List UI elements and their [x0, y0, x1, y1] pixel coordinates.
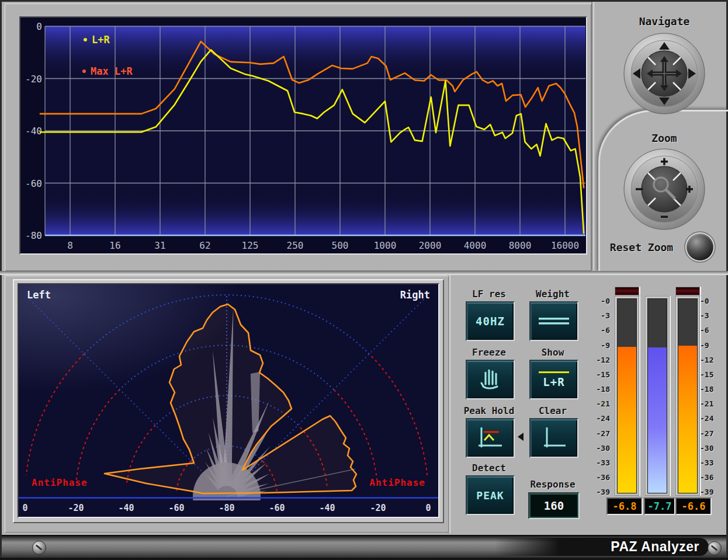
double-bar-icon [538, 316, 570, 326]
phase-left-label: Left [27, 289, 51, 301]
response-label: Response [525, 479, 581, 490]
meter-scale-tick: -6 [592, 326, 610, 335]
freeze-label: Freeze [466, 347, 512, 358]
clear-button[interactable] [529, 418, 578, 458]
freq-tick-label: 31 [154, 240, 165, 251]
meter-scale-tick: -24 [700, 414, 717, 423]
legend-label-lr: L+R [92, 34, 110, 46]
meter-scale-tick: -39 [592, 488, 610, 496]
db-tick-label: -40 [25, 126, 42, 137]
freq-tick-label: 2000 [419, 240, 442, 251]
phase-axis-tick: -20 [63, 503, 89, 513]
meter-readout-right: -6.6 [675, 498, 712, 515]
peak-hold-button[interactable] [466, 418, 515, 458]
zoom-out-bottom-icon[interactable] [661, 216, 668, 218]
meter-scale-tick: -27 [700, 429, 717, 438]
panel-divider-vertical [591, 2, 594, 270]
screw-icon-left [32, 541, 46, 555]
phase-axis-tick: 0 [12, 503, 38, 513]
weight-button[interactable] [529, 301, 578, 341]
meter-scale-tick: -9 [592, 341, 610, 350]
meter-scale-tick: -36 [592, 473, 610, 482]
weight-label: Weight [529, 288, 576, 300]
meter-scale-tick: -36 [700, 473, 717, 482]
plugin-title: PAZ Analyzer [611, 539, 699, 555]
legend-item-max-lr: Max L+R [82, 65, 133, 77]
phase-axis-tick: -20 [365, 503, 391, 513]
meter-scale-tick: -24 [592, 414, 610, 423]
freq-tick-label: 16 [109, 240, 120, 251]
zoom-pad[interactable] [623, 148, 705, 230]
navigate-title: Navigate [619, 15, 709, 27]
peak-hold-label: Peak Hold [459, 405, 519, 416]
detect-label: Detect [466, 462, 512, 474]
navigate-pad[interactable] [623, 33, 705, 114]
meter-scale-tick: -6 [700, 326, 717, 335]
freq-tick-label: 8 [67, 240, 73, 251]
section-divider-horizontal [0, 271, 728, 275]
response-value: 160 [544, 499, 564, 512]
meter-scale-tick: -15 [700, 370, 717, 379]
peak-hold-graph-icon [476, 425, 504, 451]
db-tick-label: -80 [25, 230, 42, 241]
meter-scale-tick: -33 [592, 458, 610, 467]
meter-scale-tick: -21 [700, 399, 717, 408]
meter-fill-right [678, 346, 697, 493]
meter-scale-tick: -21 [592, 399, 610, 408]
detect-button[interactable]: PEAK [466, 475, 515, 515]
lf-res-value: 40HZ [476, 315, 505, 328]
phase-right-label: Right [400, 289, 430, 301]
detect-value: PEAK [476, 489, 504, 502]
meter-scale-tick: -33 [700, 458, 717, 467]
meter-scale-tick: -15 [592, 370, 610, 379]
freq-tick-label: 62 [199, 240, 210, 251]
plugin-title-badge: PAZ Analyzer [495, 538, 709, 556]
hand-icon [477, 367, 503, 392]
freq-tick-label: 8000 [509, 240, 532, 251]
legend-label-max-lr: Max L+R [91, 65, 133, 77]
meter-scale-tick: -12 [700, 356, 717, 364]
reset-zoom-label: Reset Zoom [603, 241, 680, 253]
meter-scale-tick: -39 [700, 488, 717, 496]
axes-graph-icon [540, 425, 568, 451]
phase-axis-tick: -80 [214, 503, 240, 513]
meter-scale-tick: -0 [592, 297, 610, 305]
freq-tick-label: 16000 [551, 240, 579, 251]
spectrum-display: 81631621252505001000200040008000160000-2… [19, 16, 587, 255]
meter-scale-tick: -18 [592, 385, 610, 394]
freeze-button[interactable] [466, 360, 515, 399]
meter-scale-tick: -9 [700, 341, 717, 350]
phase-axis-tick: 0 [415, 503, 441, 513]
antiphase-right-label: AntiPhase [369, 477, 425, 488]
reset-zoom-button[interactable] [687, 234, 713, 260]
meter-scale-tick: -0 [700, 297, 717, 305]
bottom-bar: PAZ Analyzer [2, 535, 726, 559]
paz-analyzer-window: 81631621252505001000200040008000160000-2… [0, 0, 728, 560]
window-bottom-edge [0, 558, 728, 560]
phase-frame: Left Right AntiPhase AntiPhase 0-20-40-6… [13, 279, 444, 523]
meter-scale-tick: -12 [592, 356, 610, 364]
screw-icon-right [708, 541, 722, 555]
phase-chart [19, 284, 438, 500]
lf-res-button[interactable]: 40HZ [466, 301, 515, 341]
phase-axis-tick: -40 [113, 503, 139, 513]
meter-scale-tick: -30 [700, 444, 717, 453]
db-tick-label: 0 [36, 21, 42, 32]
meter-fill-left [618, 347, 636, 493]
level-meter-left [615, 296, 639, 496]
phase-axis-tick: -60 [264, 503, 290, 513]
phase-axis: 0-20-40-60-80-60-40-200 [19, 501, 438, 516]
meter-scale-tick: -3 [700, 311, 717, 320]
zoom-title: Zoom [619, 132, 709, 144]
peak-hold-pointer-icon [518, 433, 524, 441]
clip-indicator-left [615, 287, 639, 295]
show-label: Show [529, 347, 576, 358]
level-meter-right [675, 296, 700, 496]
meter-scale-tick: -27 [592, 429, 610, 438]
meter-readout-mid: -7.7 [644, 498, 675, 515]
show-button[interactable]: L+R [529, 360, 578, 399]
response-button[interactable]: 160 [528, 492, 580, 519]
db-tick-label: -20 [25, 74, 42, 85]
antiphase-left-label: AntiPhase [32, 477, 88, 488]
zoom-out-left-icon[interactable] [636, 188, 643, 190]
